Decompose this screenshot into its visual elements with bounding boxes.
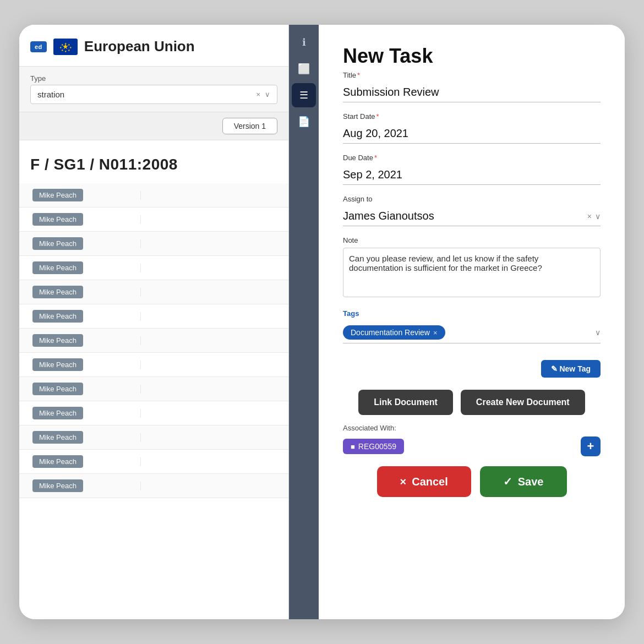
file-icon[interactable]: 📄 [292,110,316,134]
cell-empty [140,312,288,321]
title-field: Title* [343,71,601,102]
cell-empty [140,191,288,200]
table-row: Mike Peach [19,280,288,304]
start-date-field: Start Date* Aug 20, 2021 [343,112,601,144]
assign-label: Assign to [343,195,601,203]
assign-field: Assign to James Gianoutsos × ∨ [343,195,601,226]
tags-list: Documentation Review × [343,325,445,340]
document-buttons: Link Document Create New Document [343,390,601,415]
eu-flag-icon: ★ ★ ★ ★ ★ ★ ★ ★ ★ [53,39,78,55]
version-bar: Version 1 [19,112,288,140]
table-row: Mike Peach [19,208,288,232]
form-title: New Task [343,45,601,68]
save-icon: ✓ [503,475,512,488]
table-row: Mike Peach [19,425,288,450]
eu-title: European Union [84,38,195,55]
table-row: Mike Peach [19,256,288,280]
cell-empty [140,288,288,297]
tags-area: Documentation Review × ∨ [343,322,601,343]
assign-chevron-icon[interactable]: ∨ [595,212,601,221]
records-table: Mike Peach Mike Peach Mike Peach Mike Pe… [19,183,288,498]
action-row: × Cancel ✓ Save [343,466,601,497]
note-label: Note [343,236,601,244]
associated-field: Associated With: ■ REG00559 + [343,424,601,456]
cell-empty [140,264,288,272]
tag-remove-icon[interactable]: × [433,329,438,337]
table-row: Mike Peach [19,329,288,353]
cell-empty [140,361,288,369]
name-badge: Mike Peach [32,237,83,250]
note-field: Note Can you please review, and let us k… [343,236,601,299]
left-panel: ed ★ ★ ★ ★ ★ ★ ★ ★ [19,25,289,619]
cell-name: Mike Peach [19,209,140,230]
new-tag-button[interactable]: ✎ New Tag [541,360,601,378]
main-container: ed ★ ★ ★ ★ ★ ★ ★ ★ [19,25,625,619]
cell-empty [140,482,288,490]
cell-name: Mike Peach [19,451,140,472]
table-row: Mike Peach [19,183,288,208]
cell-name: Mike Peach [19,378,140,400]
cell-empty [140,457,288,466]
assign-clear-icon[interactable]: × [587,212,592,221]
type-label: Type [30,74,277,83]
status-badge: ed [30,41,47,52]
assign-row[interactable]: James Gianoutsos × ∨ [343,206,601,226]
tag-documentation-review: Documentation Review × [343,325,445,340]
save-button[interactable]: ✓ Save [480,466,567,497]
cell-name: Mike Peach [19,354,140,375]
cell-name: Mike Peach [19,184,140,206]
assoc-badge: ■ REG00559 [343,439,404,454]
type-select-value: stration [37,90,64,99]
name-badge: Mike Peach [32,286,83,298]
name-badge: Mike Peach [32,455,83,468]
assign-controls: × ∨ [587,212,601,221]
note-textarea[interactable]: Can you please review, and let us know i… [343,248,601,297]
type-select[interactable]: stration × ∨ [30,85,277,104]
assoc-id: REG00559 [358,442,396,451]
cancel-icon: × [400,476,407,488]
cell-name: Mike Peach [19,305,140,327]
document-icon[interactable]: ⬜ [292,57,316,81]
create-new-document-button[interactable]: Create New Document [461,390,585,415]
cell-name: Mike Peach [19,257,140,279]
assign-value: James Gianoutsos [343,210,434,222]
cell-name: Mike Peach [19,281,140,303]
name-badge: Mike Peach [32,189,83,201]
cancel-label: Cancel [412,476,448,488]
associated-label: Associated With: [343,424,601,432]
assoc-plus-button[interactable]: + [581,436,601,456]
title-input[interactable] [343,83,601,102]
table-row: Mike Peach [19,232,288,256]
name-badge: Mike Peach [32,261,83,274]
table-row: Mike Peach [19,401,288,425]
name-badge: Mike Peach [32,334,83,347]
title-label: Title* [343,71,601,79]
assoc-icon: ■ [351,443,355,451]
table-row: Mike Peach [19,304,288,329]
start-date-label: Start Date* [343,112,601,121]
new-tag-row: ✎ New Tag [343,353,601,381]
name-badge: Mike Peach [32,310,83,323]
type-clear-icon[interactable]: × [256,90,260,99]
cell-name: Mike Peach [19,427,140,448]
name-badge: Mike Peach [32,358,83,371]
doc-code: F / SG1 / N011:2008 [19,140,288,183]
tags-chevron-icon[interactable]: ∨ [595,328,601,337]
due-date-value: Sep 2, 2021 [343,165,601,185]
list-icon[interactable]: ☰ [292,83,316,107]
info-icon[interactable]: ℹ [292,30,316,54]
cancel-button[interactable]: × Cancel [377,466,471,497]
table-row: Mike Peach [19,377,288,401]
cell-empty [140,409,288,418]
name-badge: Mike Peach [32,407,83,419]
left-header: ed ★ ★ ★ ★ ★ ★ ★ ★ [19,25,288,67]
type-section: Type stration × ∨ [19,67,288,112]
link-document-button[interactable]: Link Document [358,390,453,415]
table-row: Mike Peach [19,353,288,377]
save-label: Save [518,476,544,488]
version-button[interactable]: Version 1 [222,118,277,134]
type-chevron-icon[interactable]: ∨ [265,90,270,99]
name-badge: Mike Peach [32,479,83,492]
start-date-value: Aug 20, 2021 [343,124,601,144]
cell-empty [140,215,288,224]
